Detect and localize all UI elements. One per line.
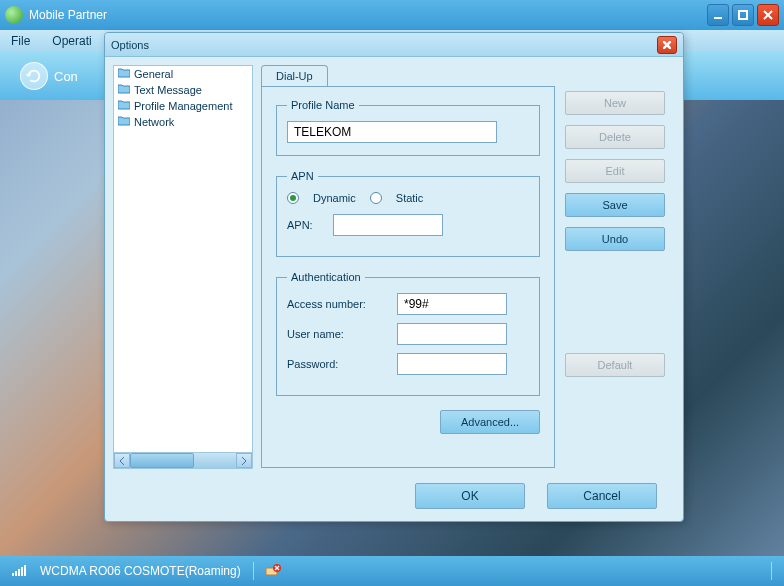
- undo-button[interactable]: Undo: [565, 227, 665, 251]
- apn-static-radio[interactable]: [370, 192, 382, 204]
- folder-icon: [118, 68, 130, 80]
- signal-icon: [12, 564, 28, 579]
- options-tree[interactable]: General Text Message Profile Management …: [113, 65, 253, 469]
- profile-name-legend: Profile Name: [287, 99, 359, 111]
- password-label: Password:: [287, 358, 387, 370]
- profile-name-input[interactable]: TELEKOM: [287, 121, 497, 143]
- scroll-thumb[interactable]: [130, 453, 194, 468]
- refresh-icon: [20, 62, 48, 90]
- tree-item-general[interactable]: General: [114, 66, 252, 82]
- password-input[interactable]: [397, 353, 507, 375]
- dialog-titlebar: Options: [105, 33, 683, 57]
- tree-scrollbar[interactable]: [114, 452, 252, 468]
- dialog-close-button[interactable]: [657, 36, 677, 54]
- apn-dynamic-radio[interactable]: [287, 192, 299, 204]
- username-label: User name:: [287, 328, 387, 340]
- folder-icon: [118, 84, 130, 96]
- menu-operation[interactable]: Operati: [46, 32, 97, 50]
- fieldset-authentication: Authentication Access number:*99# User n…: [276, 271, 540, 396]
- delete-button[interactable]: Delete: [565, 125, 665, 149]
- status-network: WCDMA RO06 COSMOTE(Roaming): [40, 564, 241, 578]
- minimize-button[interactable]: [707, 4, 729, 26]
- side-buttons: New Delete Edit Save Undo Default: [565, 65, 675, 469]
- svg-rect-1: [739, 11, 747, 19]
- tree-item-text-message[interactable]: Text Message: [114, 82, 252, 98]
- main-titlebar: Mobile Partner: [0, 0, 784, 30]
- tree-item-network[interactable]: Network: [114, 114, 252, 130]
- apn-dynamic-label: Dynamic: [313, 192, 356, 204]
- tab-dialup[interactable]: Dial-Up: [261, 65, 328, 86]
- close-button[interactable]: [757, 4, 779, 26]
- disconnect-icon: [266, 564, 282, 578]
- scroll-right-button[interactable]: [236, 453, 252, 468]
- status-separator-2: [771, 562, 772, 580]
- folder-icon: [118, 116, 130, 128]
- scroll-track[interactable]: [130, 453, 236, 468]
- save-button[interactable]: Save: [565, 193, 665, 217]
- status-separator: [253, 562, 254, 580]
- options-dialog: Options General Text Message Profile Man…: [104, 32, 684, 522]
- fieldset-apn: APN Dynamic Static APN:: [276, 170, 540, 257]
- statusbar: WCDMA RO06 COSMOTE(Roaming): [0, 556, 784, 586]
- scroll-left-button[interactable]: [114, 453, 130, 468]
- fieldset-profile-name: Profile Name TELEKOM: [276, 99, 540, 156]
- apn-legend: APN: [287, 170, 318, 182]
- toolbar-connect-label: Con: [54, 69, 78, 84]
- auth-legend: Authentication: [287, 271, 365, 283]
- ok-button[interactable]: OK: [415, 483, 525, 509]
- menu-file[interactable]: File: [5, 32, 36, 50]
- new-button[interactable]: New: [565, 91, 665, 115]
- toolbar-connect[interactable]: Con: [20, 62, 78, 90]
- svg-rect-4: [12, 573, 14, 576]
- app-title: Mobile Partner: [29, 8, 707, 22]
- app-icon: [5, 6, 23, 24]
- apn-label: APN:: [287, 219, 323, 231]
- svg-rect-6: [18, 569, 20, 576]
- main-window: Mobile Partner File Operati Con WCDMA RO…: [0, 0, 784, 586]
- advanced-button[interactable]: Advanced...: [440, 410, 540, 434]
- dialog-title: Options: [111, 39, 657, 51]
- dialup-form: Profile Name TELEKOM APN Dynamic Static: [261, 86, 555, 468]
- apn-input[interactable]: [333, 214, 443, 236]
- edit-button[interactable]: Edit: [565, 159, 665, 183]
- access-number-label: Access number:: [287, 298, 387, 310]
- svg-rect-7: [21, 567, 23, 576]
- svg-rect-5: [15, 571, 17, 576]
- tree-item-profile-management[interactable]: Profile Management: [114, 98, 252, 114]
- dialog-footer: OK Cancel: [105, 477, 683, 515]
- svg-rect-8: [24, 565, 26, 576]
- folder-icon: [118, 100, 130, 112]
- username-input[interactable]: [397, 323, 507, 345]
- access-number-input[interactable]: *99#: [397, 293, 507, 315]
- cancel-button[interactable]: Cancel: [547, 483, 657, 509]
- default-button[interactable]: Default: [565, 353, 665, 377]
- maximize-button[interactable]: [732, 4, 754, 26]
- apn-static-label: Static: [396, 192, 424, 204]
